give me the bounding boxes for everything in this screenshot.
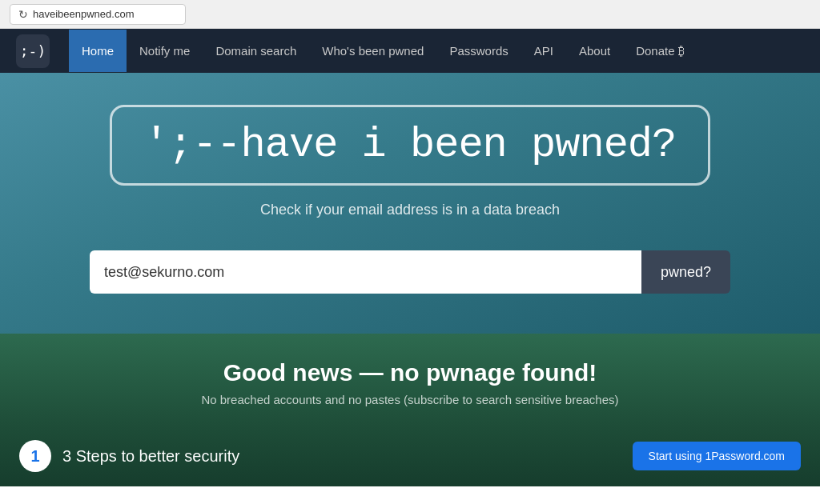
onepassword-logo: 1 — [19, 440, 51, 472]
url-bar[interactable]: ↻ haveibeenpwned.com — [10, 4, 186, 25]
nav-item-domain[interactable]: Domain search — [203, 30, 309, 72]
browser-bar: ↻ haveibeenpwned.com — [0, 0, 820, 29]
onepassword-text: 3 Steps to better security — [62, 447, 239, 466]
navbar: ;-) Home Notify me Domain search Who's b… — [0, 29, 820, 73]
nav-links: Home Notify me Domain search Who's been … — [69, 30, 697, 72]
site-title-box: ';--have i been pwned? — [110, 105, 711, 186]
nav-link-api[interactable]: API — [521, 30, 566, 72]
nav-link-home[interactable]: Home — [69, 30, 127, 72]
search-container: pwned? — [90, 250, 730, 294]
search-button[interactable]: pwned? — [641, 250, 730, 294]
nav-item-notify[interactable]: Notify me — [127, 30, 203, 72]
url-text: haveibeenpwned.com — [33, 8, 134, 20]
search-input[interactable] — [90, 250, 641, 294]
site-logo[interactable]: ;-) — [16, 34, 50, 68]
reload-icon[interactable]: ↻ — [18, 8, 28, 21]
site-subtitle: Check if your email address is in a data… — [16, 202, 804, 218]
nav-item-api[interactable]: API — [521, 30, 566, 72]
nav-link-passwords[interactable]: Passwords — [436, 30, 521, 72]
nav-link-about[interactable]: About — [566, 30, 623, 72]
nav-item-about[interactable]: About — [566, 30, 623, 72]
nav-item-passwords[interactable]: Passwords — [436, 30, 521, 72]
nav-link-notify[interactable]: Notify me — [127, 30, 203, 72]
nav-item-donate[interactable]: Donate ₿ — [623, 30, 697, 72]
nav-link-donate[interactable]: Donate ₿ — [623, 30, 697, 72]
result-title: Good news — no pwnage found! — [16, 359, 804, 386]
nav-item-home[interactable]: Home — [69, 30, 127, 72]
nav-link-domain[interactable]: Domain search — [203, 30, 309, 72]
onepassword-button[interactable]: Start using 1Password.com — [633, 442, 801, 470]
nav-link-wbp[interactable]: Who's been pwned — [309, 30, 436, 72]
site-title: ';--have i been pwned? — [144, 122, 677, 169]
nav-item-wbp[interactable]: Who's been pwned — [309, 30, 436, 72]
hero-section: ';--have i been pwned? Check if your ema… — [0, 73, 820, 334]
result-subtitle: No breached accounts and no pastes (subs… — [16, 393, 804, 406]
onepassword-section: 1 3 Steps to better security Start using… — [0, 426, 820, 486]
onepassword-left: 1 3 Steps to better security — [19, 440, 239, 472]
result-section: Good news — no pwnage found! No breached… — [0, 334, 820, 426]
